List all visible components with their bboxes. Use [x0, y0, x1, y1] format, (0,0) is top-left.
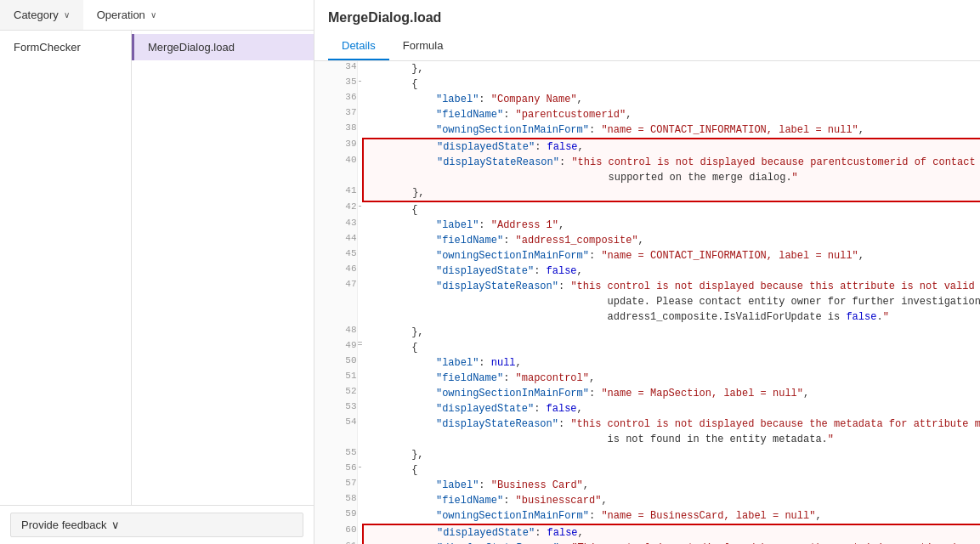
table-row: 39 "displayedState": false, [314, 139, 980, 155]
table-row: 60 "displayedState": false, [314, 524, 980, 541]
table-row: supported on the merge dialog." [314, 170, 980, 185]
code-content: "label": "Business Card", [363, 478, 980, 493]
operation-item-mergedialog-load[interactable]: MergeDialog.load [132, 34, 314, 60]
code-content: "owningSectionInMainForm": "name = CONTA… [363, 248, 980, 264]
left-panel-body: FormChecker MergeDialog.load [0, 31, 314, 505]
code-content: { [363, 76, 980, 92]
code-content: "fieldName": "address1_composite", [363, 233, 980, 248]
table-row: 38 "owningSectionInMainForm": "name = CO… [314, 122, 980, 139]
line-number [314, 432, 357, 447]
code-content: "owningSectionInMainForm": "name = CONTA… [363, 122, 980, 139]
line-number: 55 [314, 447, 357, 462]
operation-label: Operation [97, 8, 145, 21]
category-label: Category [14, 8, 59, 21]
code-content: "displayedState": false, [363, 139, 980, 155]
table-row: 42- { [314, 201, 980, 218]
line-number: 43 [314, 218, 357, 233]
line-number: 46 [314, 264, 357, 279]
line-number: 35 [314, 76, 357, 92]
table-row: 41 }, [314, 185, 980, 201]
line-number: 50 [314, 355, 357, 371]
code-content: "displayedState": false, [363, 401, 980, 416]
code-content: "displayStateReason": "This control is n… [363, 541, 980, 544]
code-content: "displayedState": false, [363, 524, 980, 541]
table-row: 49= { [314, 340, 980, 355]
table-row: update. Please contact entity owner for … [314, 294, 980, 309]
line-number: 38 [314, 122, 357, 139]
line-number [314, 294, 357, 309]
feedback-chevron-icon: ∨ [111, 518, 120, 531]
line-number: 47 [314, 279, 357, 294]
line-number: 42 [314, 201, 357, 218]
line-number: 44 [314, 233, 357, 248]
category-chevron-icon: ∨ [64, 10, 70, 20]
table-row: 43 "label": "Address 1", [314, 218, 980, 233]
line-number: 57 [314, 478, 357, 493]
feedback-label: Provide feedback [21, 518, 106, 531]
category-column: FormChecker [0, 31, 132, 505]
line-number: 54 [314, 416, 357, 432]
line-number: 34 [314, 61, 357, 76]
table-row: 51 "fieldName": "mapcontrol", [314, 371, 980, 386]
table-row: 53 "displayedState": false, [314, 401, 980, 416]
line-number: 52 [314, 386, 357, 401]
code-content: }, [363, 185, 980, 201]
right-panel-title: MergeDialog.load [328, 10, 966, 26]
left-panel-header: Category ∨ Operation ∨ [0, 0, 314, 31]
table-row: 50 "label": null, [314, 355, 980, 371]
table-row: 59 "owningSectionInMainForm": "name = Bu… [314, 508, 980, 524]
tab-bar: Details Formula [328, 32, 966, 60]
line-number [314, 170, 357, 185]
code-content: "fieldName": "parentcustomerid", [363, 107, 980, 122]
table-row: 44 "fieldName": "address1_composite", [314, 233, 980, 248]
line-number: 48 [314, 325, 357, 340]
table-row: 54 "displayStateReason": "this control i… [314, 416, 980, 432]
line-number: 51 [314, 371, 357, 386]
provide-feedback-button[interactable]: Provide feedback ∨ [10, 513, 303, 537]
table-row: 37 "fieldName": "parentcustomerid", [314, 107, 980, 122]
code-table: 34 },35- {36 "label": "Company Name",37 … [314, 61, 980, 544]
code-content: update. Please contact entity owner for … [363, 294, 980, 309]
operation-chevron-icon: ∨ [150, 10, 156, 20]
table-row: 47 "displayStateReason": "this control i… [314, 279, 980, 294]
code-content: "displayStateReason": "this control is n… [363, 155, 980, 170]
line-number: 39 [314, 139, 357, 155]
line-number: 56 [314, 462, 357, 478]
code-content: "label": null, [363, 355, 980, 371]
code-content: }, [363, 325, 980, 340]
right-panel: MergeDialog.load Details Formula 34 },35… [314, 0, 980, 544]
code-content: "owningSectionInMainForm": "name = MapSe… [363, 386, 980, 401]
code-content: "displayStateReason": "this control is n… [363, 279, 980, 294]
table-row: 48 }, [314, 325, 980, 340]
code-area[interactable]: 34 },35- {36 "label": "Company Name",37 … [314, 61, 980, 544]
table-row: 36 "label": "Company Name", [314, 92, 980, 107]
line-number: 37 [314, 107, 357, 122]
category-dropdown[interactable]: Category ∨ [0, 0, 83, 30]
code-content: "owningSectionInMainForm": "name = Busin… [363, 508, 980, 524]
left-panel: Category ∨ Operation ∨ FormChecker Merge… [0, 0, 314, 544]
table-row: 52 "owningSectionInMainForm": "name = Ma… [314, 386, 980, 401]
line-number: 60 [314, 524, 357, 541]
table-row: 35- { [314, 76, 980, 92]
table-row: 56- { [314, 462, 980, 478]
tab-details[interactable]: Details [328, 32, 389, 60]
code-content: { [363, 462, 980, 478]
tab-formula[interactable]: Formula [389, 32, 457, 60]
table-row: 45 "owningSectionInMainForm": "name = CO… [314, 248, 980, 264]
table-row: is not found in the entity metadata." [314, 432, 980, 447]
category-item-formchecker[interactable]: FormChecker [0, 34, 131, 60]
code-content: }, [363, 447, 980, 462]
code-content: address1_composite.IsValidForUpdate is f… [363, 309, 980, 325]
table-row: 58 "fieldName": "businesscard", [314, 493, 980, 508]
left-panel-footer: Provide feedback ∨ [0, 505, 314, 544]
table-row: 40 "displayStateReason": "this control i… [314, 155, 980, 170]
code-content: supported on the merge dialog." [363, 170, 980, 185]
code-content: "label": "Company Name", [363, 92, 980, 107]
code-content: { [363, 201, 980, 218]
code-content: { [363, 340, 980, 355]
line-number: 36 [314, 92, 357, 107]
operation-dropdown[interactable]: Operation ∨ [83, 0, 170, 30]
code-content: is not found in the entity metadata." [363, 432, 980, 447]
table-row: address1_composite.IsValidForUpdate is f… [314, 309, 980, 325]
code-content: "displayStateReason": "this control is n… [363, 416, 980, 432]
